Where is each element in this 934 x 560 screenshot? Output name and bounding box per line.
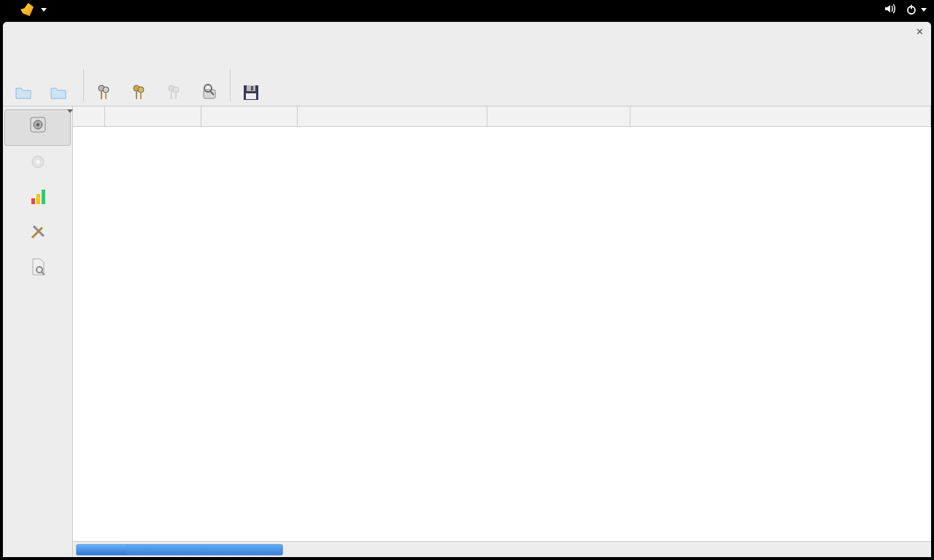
svg-rect-7 — [136, 90, 137, 99]
col-rownum[interactable] — [73, 106, 105, 126]
start-new-attack-button[interactable] — [87, 65, 122, 106]
password-table — [73, 106, 931, 557]
copy-button[interactable] — [234, 65, 269, 106]
svg-point-25 — [36, 160, 40, 164]
guess-password-button[interactable] — [192, 65, 227, 106]
svg-rect-27 — [36, 194, 40, 204]
svg-rect-5 — [105, 92, 107, 99]
separator — [83, 69, 84, 101]
menubar — [3, 44, 931, 64]
power-icon[interactable] — [906, 4, 927, 15]
chevron-down-icon[interactable] — [67, 109, 73, 113]
bars-icon — [28, 187, 48, 207]
keys-icon — [164, 82, 185, 103]
svg-rect-9 — [140, 92, 142, 99]
open-session-button[interactable] — [41, 65, 80, 106]
sidebar-item-passwords[interactable] — [4, 109, 71, 146]
svg-point-12 — [173, 87, 179, 93]
status-bar — [73, 541, 931, 557]
sidebar-item-statistics[interactable] — [3, 182, 72, 217]
separator — [230, 69, 231, 101]
floppy-icon — [241, 82, 261, 103]
resume-attack-button[interactable] — [122, 65, 157, 106]
folder-icon — [13, 82, 34, 103]
svg-point-4 — [103, 87, 109, 93]
close-button[interactable]: ✕ — [916, 26, 924, 37]
sidebar-item-options[interactable] — [3, 147, 72, 182]
tools-icon — [28, 222, 48, 242]
svg-rect-28 — [42, 190, 45, 204]
sidebar — [3, 106, 73, 557]
table-body[interactable] — [73, 127, 931, 541]
magnifier-disk-icon — [199, 82, 220, 103]
app-window: ✕ — [3, 22, 931, 557]
keys-icon — [129, 82, 150, 103]
svg-rect-3 — [101, 90, 102, 99]
table-header — [73, 106, 931, 127]
document-icon — [28, 257, 48, 277]
svg-rect-1 — [911, 5, 912, 9]
svg-rect-26 — [31, 198, 35, 204]
col-hash[interactable] — [298, 106, 487, 126]
open-password-file-button[interactable] — [6, 65, 41, 106]
app-icon — [20, 3, 34, 16]
sidebar-item-consolelog[interactable] — [3, 252, 72, 287]
svg-rect-13 — [175, 92, 177, 99]
app-menu[interactable] — [20, 3, 47, 16]
svg-point-23 — [36, 123, 39, 126]
col-formats[interactable] — [487, 106, 630, 126]
gear-icon — [28, 152, 48, 172]
progress-bar — [76, 544, 283, 556]
toolbar — [3, 64, 931, 106]
svg-rect-20 — [246, 93, 256, 99]
folder-icon — [48, 82, 69, 103]
col-password[interactable] — [201, 106, 298, 126]
col-gecos[interactable] — [630, 106, 931, 126]
svg-rect-19 — [251, 86, 253, 90]
keys-icon — [94, 82, 115, 103]
gnome-top-bar — [0, 0, 934, 19]
svg-rect-11 — [171, 90, 172, 99]
sound-icon[interactable] — [884, 3, 895, 17]
titlebar[interactable]: ✕ — [3, 22, 931, 44]
col-user[interactable] — [105, 106, 201, 126]
pause-attack-button — [157, 65, 192, 106]
chevron-down-icon — [921, 8, 927, 12]
sidebar-item-settings[interactable] — [3, 217, 72, 252]
chevron-down-icon — [41, 8, 47, 12]
svg-point-8 — [138, 87, 144, 93]
safe-icon — [28, 114, 48, 135]
